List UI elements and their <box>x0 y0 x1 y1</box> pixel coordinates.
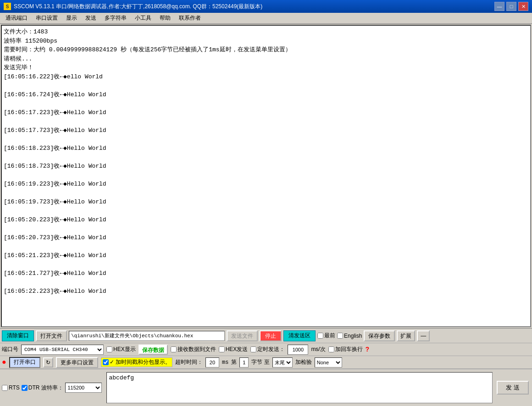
send-file-button: 发送文件 <box>227 330 258 341</box>
stop-button[interactable]: 停止 <box>260 330 282 341</box>
crlf-text: 加回车换行 <box>335 346 363 353</box>
timed-send-text: 定时发送： <box>257 346 285 353</box>
log-line-8 <box>4 99 528 108</box>
last-checkbox-label[interactable]: 最前 <box>317 332 335 340</box>
close-button[interactable]: ✕ <box>518 2 528 11</box>
baud-select[interactable]: 115200 <box>65 383 102 393</box>
more-settings-button[interactable]: 更多串口设置 <box>56 357 98 368</box>
window-controls: — □ ✕ <box>494 2 528 11</box>
dash-button[interactable]: — <box>417 330 430 341</box>
english-checkbox-text: English <box>344 333 362 339</box>
recv-to-file-label[interactable]: 接收数据到文件 <box>171 346 216 353</box>
open-file-button[interactable]: 打开文件 <box>36 330 67 341</box>
log-line-12 <box>4 135 528 144</box>
file-path-input[interactable] <box>69 331 225 341</box>
log-line-21: [16:05:20.223]收←◆Hello World <box>4 215 528 225</box>
menu-multi-string[interactable]: 多字符串 <box>101 13 130 23</box>
rts-dtr-row: RTS DTR 波特率： 115200 <box>2 383 102 393</box>
timed-send-label[interactable]: 定时发送： <box>250 346 285 353</box>
english-checkbox-label[interactable]: English <box>337 333 362 339</box>
hex-send-label[interactable]: HEX发送 <box>219 346 248 353</box>
checksum-select[interactable]: None <box>315 357 342 368</box>
menu-serial-settings[interactable]: 串口设置 <box>32 13 61 23</box>
rts-checkbox[interactable] <box>2 385 8 391</box>
menu-tools[interactable]: 小工具 <box>131 13 155 23</box>
hex-send-checkbox[interactable] <box>219 346 225 352</box>
expand-button[interactable]: 扩展 <box>397 330 415 341</box>
crlf-label[interactable]: 加回车换行 <box>328 346 363 353</box>
recv-to-file-checkbox[interactable] <box>171 346 177 352</box>
refresh-button[interactable]: ↻ <box>43 357 53 368</box>
byte-input[interactable] <box>239 357 249 368</box>
window-title: SSCOM V5.13.1 串口/网络数据调试器,作者:大虾丁丁,2618058… <box>14 3 494 11</box>
record-icon[interactable]: ● <box>2 358 6 367</box>
port-select[interactable]: COM4 USB-SERIAL CH340 <box>21 345 104 355</box>
timestamp-text: ✓ 加时间戳和分包显示。 <box>110 358 171 366</box>
timed-ms-input[interactable] <box>288 345 308 355</box>
log-line-29: [16:05:22.223]收←◆Hello World <box>4 287 528 296</box>
log-line-18 <box>4 188 528 198</box>
ms-text: ms <box>222 359 228 366</box>
log-line-26 <box>4 260 528 269</box>
hex-display-label[interactable]: HEX显示 <box>106 346 136 353</box>
crlf-checkbox[interactable] <box>328 346 334 352</box>
log-line-27: [16:05:21.727]收←◆Hello World <box>4 269 528 278</box>
port-label: 端口号 <box>2 346 18 353</box>
toolbar-row2: 端口号 COM4 USB-SERIAL CH340 HEX显示 保存数据 接收数… <box>0 343 532 356</box>
log-line-10 <box>4 117 528 126</box>
send-button[interactable]: 发 送 <box>497 381 529 395</box>
hex-display-checkbox[interactable] <box>106 346 112 352</box>
log-line-20 <box>4 206 528 215</box>
log-line-3: 请稍候... <box>4 55 528 64</box>
byte-unit-label: 字节 至 <box>251 358 269 366</box>
timeout-input[interactable] <box>205 357 219 368</box>
dtr-label[interactable]: DTR <box>22 384 40 391</box>
clear-send-area-button[interactable]: 清发送区 <box>283 330 316 341</box>
log-line-14 <box>4 153 528 162</box>
rts-label[interactable]: RTS <box>2 384 20 391</box>
send-text-area[interactable]: abcdefg <box>106 372 493 403</box>
timestamp-checkbox[interactable] <box>103 359 109 365</box>
menu-display[interactable]: 显示 <box>62 13 81 23</box>
save-data-button[interactable]: 保存数据 <box>139 345 168 355</box>
main-content: 文件大小：1483 波特率 115200bps 需要时间：大约 0.004999… <box>0 24 532 406</box>
minimize-button[interactable]: — <box>494 2 504 11</box>
menu-contact[interactable]: 联系作者 <box>175 13 205 23</box>
menu-send[interactable]: 发送 <box>82 13 100 23</box>
english-checkbox[interactable] <box>337 333 343 339</box>
timestamp-label[interactable]: ✓ 加时间戳和分包显示。 <box>101 357 172 367</box>
last-checkbox[interactable] <box>317 333 323 339</box>
menu-comm-port[interactable]: 通讯端口 <box>2 13 31 23</box>
log-area[interactable]: 文件大小：1483 波特率 115200bps 需要时间：大约 0.004999… <box>1 25 531 327</box>
log-line-28 <box>4 278 528 287</box>
log-line-16 <box>4 170 528 180</box>
open-port-button[interactable]: 打开串口 <box>9 357 40 368</box>
log-line-25: [16:05:21.223]收←◆Hello World <box>4 251 528 260</box>
log-line-13: [16:05:18.223]收←◆Hello World <box>4 144 528 153</box>
menu-help[interactable]: 帮助 <box>156 13 174 23</box>
log-line-15: [16:05:18.723]收←◆Hello World <box>4 162 528 171</box>
log-line-11: [16:05:17.723]收←◆Hello World <box>4 126 528 135</box>
bottom-panel: 清除窗口 打开文件 发送文件 停止 清发送区 最前 English 保存参数 扩… <box>0 328 532 406</box>
log-line-9: [16:05:17.223]收←◆Hello World <box>4 108 528 117</box>
title-bar: S SSCOM V5.13.1 串口/网络数据调试器,作者:大虾丁丁,26180… <box>0 0 532 13</box>
toolbar-row1: 清除窗口 打开文件 发送文件 停止 清发送区 最前 English 保存参数 扩… <box>0 329 532 343</box>
clear-window-button[interactable]: 清除窗口 <box>2 330 34 341</box>
recv-to-file-text: 接收数据到文件 <box>177 346 216 353</box>
maximize-button[interactable]: □ <box>506 2 516 11</box>
help-icon[interactable]: ? <box>366 346 369 353</box>
end-select[interactable]: 末尾 <box>272 357 293 368</box>
dtr-checkbox[interactable] <box>22 385 28 391</box>
log-line-19: [16:05:19.723]收←◆Hello World <box>4 198 528 207</box>
log-line-23: [16:05:20.723]收←◆Hello World <box>4 233 528 242</box>
timeout-label: 超时时间： <box>175 358 203 366</box>
log-line-4: 发送完毕！ <box>4 63 528 72</box>
log-line-0: 文件大小：1483 <box>4 27 528 37</box>
log-line-17: [16:05:19.223]收←◆Hello World <box>4 180 528 189</box>
timed-send-checkbox[interactable] <box>250 346 256 352</box>
log-line-7: [16:05:16.724]收←◆Hello World <box>4 90 528 99</box>
log-line-2: 需要时间：大约 0.00499999988824129 秒（每发送256字节已经… <box>4 45 528 55</box>
save-params-button[interactable]: 保存参数 <box>364 330 395 341</box>
dtr-text: DTR <box>28 384 40 391</box>
baud-rate-label: 波特率： <box>41 384 63 392</box>
